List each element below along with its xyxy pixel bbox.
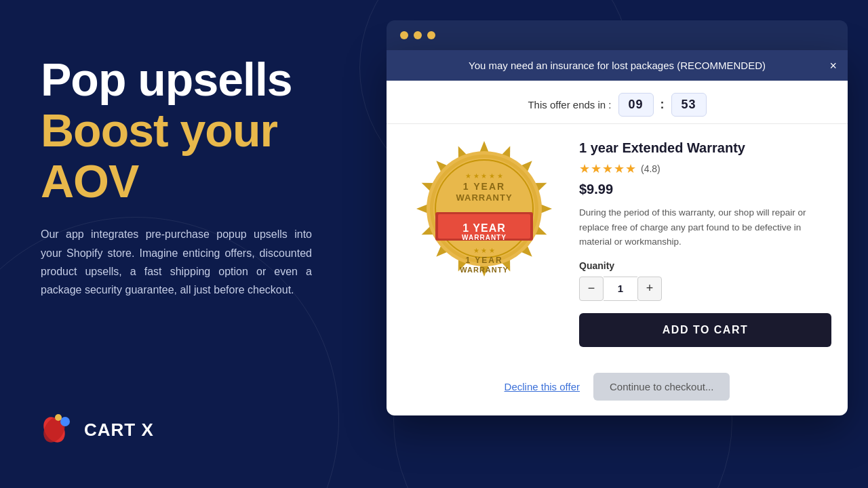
browser-area: You may need an insurance for lost packa…: [387, 20, 848, 468]
description-text: Our app integrates pre-purchase popup up…: [41, 225, 312, 299]
timer-label: This offer ends in :: [528, 99, 611, 110]
notification-bar: You may need an insurance for lost packa…: [387, 50, 848, 81]
headline-white: Pop upsells: [41, 54, 366, 105]
timer-seconds: 53: [671, 93, 707, 117]
stars-row: ★★★★★ (4.8): [579, 161, 831, 176]
svg-text:WARRANTY: WARRANTY: [462, 234, 507, 241]
quantity-label: Quanity: [579, 260, 831, 271]
svg-text:★ ★ ★: ★ ★ ★: [473, 247, 496, 254]
popup-footer: Decline this offer Continue to checkout.…: [387, 361, 848, 415]
cartx-logo-icon: [41, 412, 76, 447]
browser-dot-2: [414, 31, 422, 39]
offer-timer: This offer ends in : 09 : 53: [387, 81, 848, 124]
left-panel: Pop upsells Boost your AOV Our app integ…: [41, 54, 366, 299]
product-description: During the period of this warranty, our …: [579, 205, 831, 249]
rating-count: (4.8): [641, 163, 660, 174]
product-price: $9.99: [579, 182, 831, 197]
product-image-area: ★ ★ ★ ★ ★ 1 YEAR WARRANTY 1 YEAR WARRANT…: [403, 138, 566, 280]
quantity-value: 1: [604, 277, 637, 301]
browser-chrome: [387, 20, 848, 50]
warranty-badge-svg: ★ ★ ★ ★ ★ 1 YEAR WARRANTY 1 YEAR WARRANT…: [413, 138, 555, 280]
notification-text: You may need an insurance for lost packa…: [469, 60, 766, 71]
svg-point-3: [55, 414, 62, 421]
timer-colon: :: [660, 98, 665, 112]
close-button[interactable]: ×: [829, 60, 837, 72]
product-info: 1 year Extended Warranty ★★★★★ (4.8) $9.…: [579, 138, 831, 347]
svg-point-2: [60, 417, 70, 426]
svg-text:1 YEAR: 1 YEAR: [462, 222, 506, 234]
headline-gold-line1: Boost your: [41, 105, 366, 156]
popup-modal: You may need an insurance for lost packa…: [387, 50, 848, 415]
svg-text:★ ★ ★ ★ ★: ★ ★ ★ ★ ★: [465, 172, 503, 180]
browser-dot-3: [427, 31, 435, 39]
quantity-controls: − 1 +: [579, 277, 831, 301]
svg-text:WARRANTY: WARRANTY: [460, 266, 509, 274]
star-rating: ★★★★★: [579, 161, 637, 176]
logo-text: CART X: [84, 420, 154, 441]
logo-area: CART X: [41, 412, 154, 447]
quantity-increase-button[interactable]: +: [637, 277, 662, 301]
continue-checkout-button[interactable]: Continue to checkout...: [593, 373, 730, 401]
svg-text:1 YEAR: 1 YEAR: [465, 256, 502, 265]
svg-text:WARRANTY: WARRANTY: [456, 192, 512, 203]
product-title: 1 year Extended Warranty: [579, 140, 831, 156]
svg-text:1 YEAR: 1 YEAR: [463, 181, 505, 192]
add-to-cart-button[interactable]: ADD TO CART: [579, 313, 831, 347]
quantity-decrease-button[interactable]: −: [579, 277, 604, 301]
timer-minutes: 09: [618, 93, 654, 117]
headline-gold-line2: AOV: [41, 156, 366, 207]
product-section: ★ ★ ★ ★ ★ 1 YEAR WARRANTY 1 YEAR WARRANT…: [387, 124, 848, 361]
decline-offer-button[interactable]: Decline this offer: [505, 381, 580, 392]
browser-dot-1: [400, 31, 408, 39]
